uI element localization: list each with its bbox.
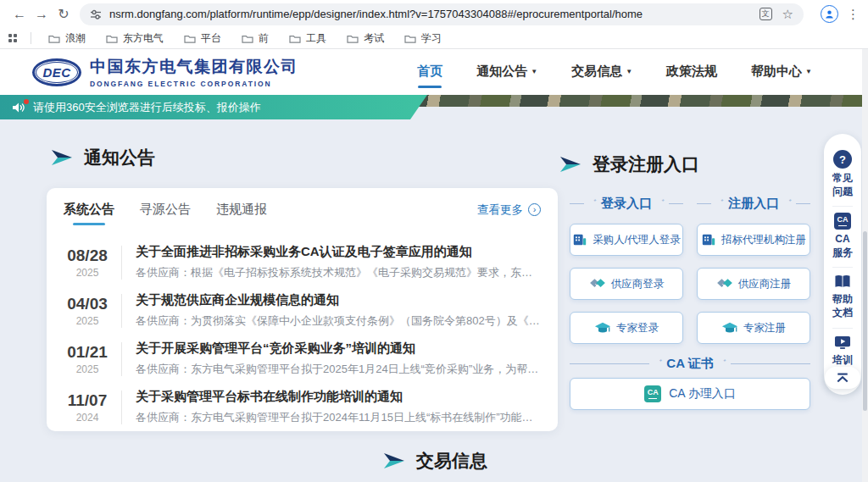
chevron-down-icon: ▼ bbox=[531, 68, 537, 75]
login-group-labels: ゛ 登录入口 ゛ ゛ 注册入口 ゛ bbox=[570, 196, 810, 212]
ca-icon: CA bbox=[834, 213, 851, 230]
translate-icon[interactable]: 文 bbox=[760, 8, 772, 20]
notice-date: 08/28 bbox=[64, 247, 111, 265]
video-play-icon bbox=[833, 335, 852, 351]
tab-system-notices[interactable]: 系统公告 bbox=[64, 202, 114, 218]
page: ← → ↻ nsrm.dongfang.com/platform/runtime… bbox=[0, 0, 868, 482]
speaker-icon bbox=[12, 102, 25, 114]
notice-date: 04/03 bbox=[64, 295, 111, 313]
graduation-cap-icon bbox=[594, 321, 611, 335]
sidebar-item-help-docs[interactable]: 帮助文档 bbox=[832, 268, 853, 327]
notice-desc-text: 各供应商：根据《电子招标投标系统技术规范》《电子采购交易规范》要求，东方电气采购… bbox=[136, 265, 541, 280]
tab-violation-reports[interactable]: 违规通报 bbox=[216, 202, 267, 218]
building-icon bbox=[701, 232, 716, 247]
trade-section-title: 交易信息 bbox=[383, 449, 487, 473]
company-name-cn: 中国东方电气集团有限公司 bbox=[90, 56, 298, 78]
browser-warning-banner: 请使用360安全浏览器进行后续投标、报价操作 bbox=[0, 95, 427, 119]
forward-icon[interactable]: → bbox=[31, 7, 53, 22]
notice-desc-text: 各供应商：为贯彻落实《保障中小企业款项支付条例》（国务院令第802号）及《中小企… bbox=[136, 313, 541, 329]
section-arrow-icon bbox=[383, 452, 405, 469]
bookmark-folder[interactable]: 工具 bbox=[282, 30, 333, 47]
arrow-to-top-icon bbox=[835, 372, 850, 385]
bookmark-folder[interactable]: 平台 bbox=[177, 30, 228, 47]
browser-toolbar: ← → ↻ nsrm.dongfang.com/platform/runtime… bbox=[0, 0, 868, 28]
notice-list-item[interactable]: 04/032025 关于规范供应商企业规模信息的通知 各供应商：为贯彻落实《保障… bbox=[64, 286, 541, 335]
building-icon bbox=[572, 232, 587, 247]
company-name-en: DONGFANG ELECTRIC CORPORATION bbox=[90, 80, 298, 88]
notice-year: 2024 bbox=[64, 412, 111, 424]
notice-desc-text: 各供应商：东方电气采购管理平台拟于2024年11月15日上线“标书在线制作”功能… bbox=[136, 410, 541, 425]
notice-year: 2025 bbox=[64, 315, 111, 327]
notice-list-item[interactable]: 11/072024 关于采购管理平台标书在线制作功能培训的通知 各供应商：东方电… bbox=[64, 383, 541, 431]
apps-grid-icon[interactable] bbox=[8, 34, 17, 42]
address-bar[interactable]: nsrm.dongfang.com/platform/runtime/epp/d… bbox=[80, 3, 804, 25]
arrow-circle-icon: › bbox=[528, 203, 541, 216]
chevron-down-icon: ▼ bbox=[805, 68, 812, 75]
notice-year: 2025 bbox=[64, 363, 111, 375]
notification-dot bbox=[24, 99, 29, 104]
back-to-top-button[interactable] bbox=[825, 367, 860, 389]
register-group-label: ゛ 注册入口 ゛ bbox=[697, 196, 810, 212]
browser-menu-icon[interactable]: ⋮ bbox=[847, 7, 860, 22]
bookmarks-divider bbox=[31, 32, 31, 44]
notice-title-text: 关于开展采购管理平台“竞价采购业务”培训的通知 bbox=[136, 341, 541, 357]
folder-icon bbox=[404, 34, 416, 43]
ca-apply-button[interactable]: CA CA 办理入口 bbox=[570, 378, 810, 410]
supplier-login-button[interactable]: 供应商登录 bbox=[570, 268, 683, 300]
book-icon bbox=[833, 274, 852, 290]
bookmark-folder[interactable]: 前 bbox=[235, 30, 275, 47]
sidebar-item-faq[interactable]: ? 常见问题 bbox=[832, 144, 853, 206]
notice-list-item[interactable]: 08/282025 关于全面推进非招标采购业务CA认证及电子签章应用的通知 各供… bbox=[64, 238, 541, 286]
handshake-icon bbox=[589, 277, 606, 291]
scrollbar-thumb[interactable] bbox=[863, 231, 867, 411]
bookmark-star-icon[interactable]: ☆ bbox=[782, 7, 793, 22]
nav-notices[interactable]: 通知公告▼ bbox=[476, 64, 537, 81]
question-icon: ? bbox=[833, 150, 852, 169]
profile-avatar-icon[interactable] bbox=[821, 5, 838, 23]
expert-login-button[interactable]: 专家登录 bbox=[570, 312, 683, 344]
banner-text: 请使用360安全浏览器进行后续投标、报价操作 bbox=[33, 100, 261, 115]
notice-date: 11/07 bbox=[64, 391, 111, 410]
nav-home[interactable]: 首页 bbox=[417, 64, 442, 81]
bookmark-folder[interactable]: 考试 bbox=[340, 30, 391, 47]
company-logo[interactable]: DEC 中国东方电气集团有限公司 DONGFANG ELECTRIC CORPO… bbox=[32, 56, 298, 88]
view-more-link[interactable]: 查看更多 › bbox=[477, 202, 541, 218]
notice-title-text: 关于全面推进非招标采购业务CA认证及电子签章应用的通知 bbox=[136, 244, 541, 260]
handshake-icon bbox=[716, 277, 733, 291]
back-icon[interactable]: ← bbox=[8, 7, 31, 22]
reload-icon[interactable]: ↻ bbox=[53, 6, 75, 22]
section-arrow-icon bbox=[51, 149, 73, 166]
supplier-register-button[interactable]: 供应商注册 bbox=[697, 268, 810, 300]
ca-badge-icon: CA bbox=[644, 385, 661, 402]
divider bbox=[121, 246, 122, 280]
nav-trade-info[interactable]: 交易信息▼ bbox=[571, 64, 632, 81]
bidding-agency-register-button[interactable]: 招标代理机构注册 bbox=[697, 224, 810, 256]
notice-section-title: 通知公告 bbox=[51, 146, 155, 169]
bookmark-folder[interactable]: 浪潮 bbox=[42, 30, 92, 47]
main-nav: 首页 通知公告▼ 交易信息▼ 政策法规 帮助中心▼ bbox=[417, 64, 812, 81]
sidebar-item-ca-service[interactable]: CA CA服务 bbox=[832, 207, 853, 267]
url-text[interactable]: nsrm.dongfang.com/platform/runtime/epp/d… bbox=[109, 8, 752, 20]
bookmarks-bar: 浪潮 东方电气 平台 前 工具 考试 学习 bbox=[0, 28, 868, 48]
omnibox-actions: 文 ☆ bbox=[760, 7, 793, 22]
notice-title-text: 关于采购管理平台标书在线制作功能培训的通知 bbox=[136, 389, 541, 405]
browser-chrome: ← → ↻ nsrm.dongfang.com/platform/runtime… bbox=[0, 0, 868, 49]
notice-list: 08/282025 关于全面推进非招标采购业务CA认证及电子签章应用的通知 各供… bbox=[64, 238, 541, 431]
buyer-agent-login-button[interactable]: 采购人/代理人登录 bbox=[570, 224, 683, 256]
nav-help-center[interactable]: 帮助中心▼ bbox=[751, 64, 812, 81]
notice-date: 01/21 bbox=[64, 343, 111, 362]
scrollbar-track[interactable] bbox=[862, 49, 868, 482]
bookmark-folder[interactable]: 学习 bbox=[398, 30, 448, 47]
expert-register-button[interactable]: 专家注册 bbox=[697, 312, 810, 344]
folder-icon bbox=[347, 34, 359, 43]
folder-icon bbox=[106, 34, 118, 43]
chevron-down-icon: ▼ bbox=[626, 68, 632, 75]
notice-desc-text: 各供应商：东方电气采购管理平台拟于2025年1月24日上线“竞价采购”业务，为帮… bbox=[136, 362, 541, 377]
tab-sourcing-notices[interactable]: 寻源公告 bbox=[140, 202, 191, 218]
folder-icon bbox=[184, 34, 196, 43]
notice-list-item[interactable]: 01/212025 关于开展采购管理平台“竞价采购业务”培训的通知 各供应商：东… bbox=[64, 335, 541, 383]
section-arrow-icon bbox=[559, 156, 581, 173]
nav-policies[interactable]: 政策法规 bbox=[666, 64, 717, 81]
bookmark-folder[interactable]: 东方电气 bbox=[99, 30, 170, 47]
site-settings-icon[interactable] bbox=[90, 8, 102, 20]
